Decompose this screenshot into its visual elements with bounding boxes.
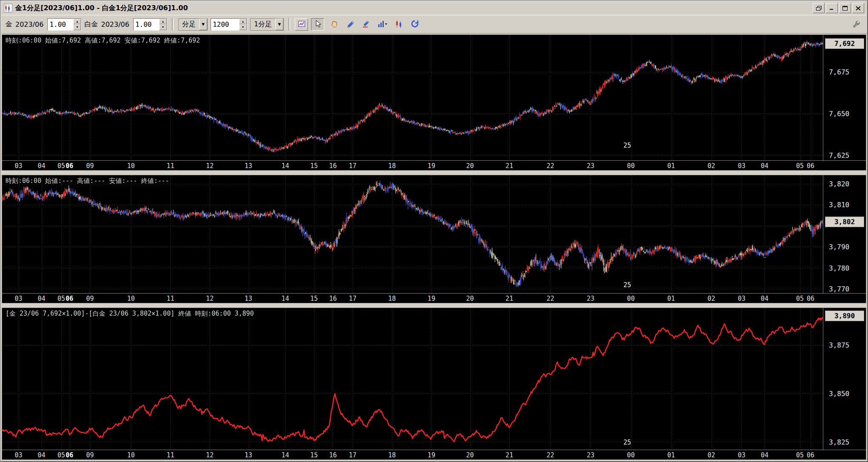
time-label: 04 <box>761 295 768 302</box>
spread-chart-canvas[interactable] <box>2 308 823 450</box>
chevron-down-icon[interactable]: ▼ <box>275 19 283 30</box>
price-label: 7,675 <box>829 68 849 76</box>
spread-price-axis[interactable]: 3,8753,8503,8253,890 <box>824 308 866 450</box>
platinum-chart-canvas[interactable] <box>2 175 823 293</box>
time-label: 05 <box>57 162 65 170</box>
close-icon[interactable] <box>852 3 864 13</box>
time-label: 04 <box>761 162 768 170</box>
time-label: 02 <box>708 451 715 459</box>
platinum-price-axis[interactable]: 3,8203,8103,7903,7803,7703,802 <box>824 175 866 293</box>
time-label: 16 <box>329 451 337 459</box>
time-label: 23 <box>587 162 594 170</box>
gold-label: 金 <box>6 20 12 29</box>
gold-plot[interactable]: 時刻:06:00 始値:7,692 高値:7,692 安値:7,692 終値:7… <box>2 35 823 160</box>
bar-count-up-button[interactable]: ▲ <box>239 19 247 25</box>
toolbar-separator <box>288 18 290 31</box>
time-label: 03 <box>15 451 23 459</box>
time-label: 16 <box>329 162 337 170</box>
hand-tool-button[interactable] <box>327 18 340 31</box>
time-label: 16 <box>329 295 337 302</box>
platinum-contract[interactable]: 2023/06 <box>101 20 129 29</box>
time-label: 03 <box>738 162 745 170</box>
platinum-multiplier-up-button[interactable]: ▲ <box>159 19 167 25</box>
time-label: 10 <box>127 295 135 302</box>
title-bar[interactable]: 金1分足[2023/06]1.00 - 白金1分足[2023/06]1.00 <box>1 1 867 15</box>
candle-style-icon <box>394 20 403 29</box>
time-label: 11 <box>166 162 174 170</box>
time-label: 13 <box>245 162 252 170</box>
window-icon[interactable] <box>813 3 825 13</box>
trendline-tool-button[interactable] <box>360 18 373 31</box>
settings-button[interactable] <box>849 18 862 31</box>
cursor-tool-icon <box>314 20 322 29</box>
gold-multiplier-up-button[interactable]: ▲ <box>73 19 81 25</box>
time-label: 14 <box>282 295 289 302</box>
time-label: 11 <box>166 295 174 302</box>
time-label: 04 <box>38 451 46 459</box>
spread-time-axis[interactable]: 0304050609101112131415161718192021222300… <box>2 450 866 459</box>
minimize-icon[interactable] <box>826 3 838 13</box>
time-label: 10 <box>127 451 135 459</box>
bar-indicator-button[interactable] <box>376 18 389 31</box>
time-label: 11 <box>166 451 174 459</box>
maximize-icon[interactable] <box>839 3 851 13</box>
spread-info: [金 23/06 7,692×1.00]-[白金 23/06 3,802×1.0… <box>6 310 254 318</box>
price-label: 3,850 <box>829 390 849 398</box>
time-label: 13 <box>245 451 252 459</box>
time-label: 19 <box>428 451 435 459</box>
gold-multiplier-down-button[interactable]: ▼ <box>73 24 81 30</box>
time-label: 03 <box>15 295 23 302</box>
platinum-plot[interactable]: 時刻:06:00 始値:--- 高値:--- 安値:--- 終値:--- 25 <box>2 175 823 293</box>
time-label: 09 <box>86 451 94 459</box>
gold-price-axis[interactable]: 7,6757,6507,6257,692 <box>824 35 866 160</box>
time-label: 03 <box>738 295 745 302</box>
time-label: 02 <box>708 295 715 302</box>
interval-dropdown[interactable]: 1分足 ▼ <box>250 18 284 31</box>
price-label: 7,625 <box>829 151 849 160</box>
time-label: 00 <box>627 162 635 170</box>
time-label: 12 <box>206 295 214 302</box>
bar-count-down-button[interactable]: ▼ <box>239 24 247 30</box>
pencil-tool-button[interactable] <box>343 18 357 31</box>
mini-chart-tool-button[interactable] <box>295 18 308 31</box>
platinum-time-axis[interactable]: 0304050609101112131415161718192021222300… <box>2 293 866 303</box>
time-label: 06 <box>807 451 814 459</box>
platinum-multiplier-input[interactable] <box>134 19 159 30</box>
time-label: 01 <box>667 295 675 302</box>
time-label: 12 <box>206 162 214 170</box>
gold-multiplier-input[interactable] <box>48 19 73 30</box>
time-label: 01 <box>667 451 675 459</box>
time-label: 15 <box>310 162 318 170</box>
time-label: 12 <box>206 451 214 459</box>
spinner-arrows: ▲ ▼ <box>159 19 167 30</box>
time-label: 20 <box>466 162 474 170</box>
gold-time-axis[interactable]: 0304050609101112131415161718192021222300… <box>2 160 866 170</box>
time-label: 13 <box>245 295 252 302</box>
time-label: 19 <box>428 162 435 170</box>
platinum-chart-panel: 時刻:06:00 始値:--- 高値:--- 安値:--- 終値:--- 25 … <box>2 175 866 303</box>
current-price-badge: 3,890 <box>825 311 864 321</box>
time-label: 18 <box>388 295 396 302</box>
time-label: 21 <box>505 451 513 459</box>
platinum-multiplier-down-button[interactable]: ▼ <box>159 24 167 30</box>
bar-count-input[interactable] <box>211 19 239 30</box>
spread-plot[interactable]: [金 23/06 7,692×1.00]-[白金 23/06 3,802×1.0… <box>2 308 823 450</box>
period-type-dropdown[interactable]: 分足 ▼ <box>178 18 208 31</box>
candle-style-button[interactable] <box>392 18 405 31</box>
gold-chart-canvas[interactable] <box>2 35 823 160</box>
mini-chart-tool-icon <box>297 20 306 29</box>
spinner-arrows: ▲ ▼ <box>239 19 247 30</box>
interval-value: 1分足 <box>254 20 272 29</box>
price-label: 3,825 <box>829 438 849 446</box>
refresh-button[interactable] <box>408 18 421 31</box>
cursor-tool-button[interactable] <box>311 18 324 31</box>
date-marker: 25 <box>623 281 631 289</box>
price-label: 3,780 <box>829 264 849 272</box>
chevron-down-icon[interactable]: ▼ <box>199 19 207 30</box>
time-label: 22 <box>547 451 554 459</box>
app-window: 金1分足[2023/06]1.00 - 白金1分足[2023/06]1.00 金… <box>0 0 868 462</box>
time-label: 20 <box>466 451 474 459</box>
spread-chart-panel: [金 23/06 7,692×1.00]-[白金 23/06 3,802×1.0… <box>2 308 866 460</box>
gold-contract[interactable]: 2023/06 <box>15 20 43 29</box>
gold-chart-panel: 時刻:06:00 始値:7,692 高値:7,692 安値:7,692 終値:7… <box>2 34 866 171</box>
